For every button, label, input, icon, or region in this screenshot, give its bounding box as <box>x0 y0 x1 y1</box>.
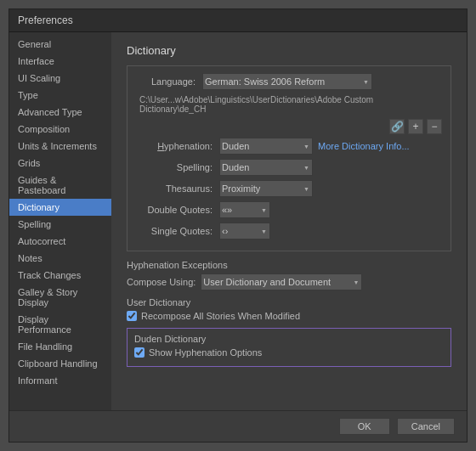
title-bar: Preferences <box>9 9 467 32</box>
sidebar: GeneralInterfaceUI ScalingTypeAdvanced T… <box>9 32 111 410</box>
spelling-row: Spelling: Duden <box>136 159 442 176</box>
show-hyphenation-row: Show Hyphenation Options <box>134 347 444 358</box>
dialog-body: GeneralInterfaceUI ScalingTypeAdvanced T… <box>9 32 467 410</box>
show-hyphenation-label: Show Hyphenation Options <box>149 347 262 358</box>
sidebar-item-autocorrect[interactable]: Autocorrect <box>9 233 111 250</box>
compose-using-row: Compose Using: User Dictionary and Docum… <box>127 273 451 290</box>
sidebar-item-advanced-type[interactable]: Advanced Type <box>9 104 111 121</box>
sidebar-item-general[interactable]: General <box>9 36 111 53</box>
sidebar-item-spelling[interactable]: Spelling <box>9 216 111 233</box>
minus-icon-btn[interactable]: − <box>427 119 442 134</box>
dialog-title: Preferences <box>18 14 73 26</box>
recompose-label: Recompose All Stories When Modified <box>141 311 300 321</box>
thesaurus-label: Thesaurus: <box>136 183 212 194</box>
language-label: Language: <box>136 76 196 87</box>
duden-dictionary-title: Duden Dictionary <box>134 334 444 344</box>
section-title: Dictionary <box>127 44 451 57</box>
sidebar-item-composition[interactable]: Composition <box>9 121 111 138</box>
sidebar-item-file-handling[interactable]: File Handling <box>9 338 111 355</box>
thesaurus-select-wrapper: Proximity <box>219 180 313 197</box>
preferences-dialog: Preferences GeneralInterfaceUI ScalingTy… <box>8 8 468 443</box>
single-quotes-select-wrapper: ‹› <box>219 223 270 240</box>
show-hyphenation-checkbox[interactable] <box>134 347 144 358</box>
more-dictionary-info-link[interactable]: More Dictionary Info... <box>318 141 410 151</box>
add-icon-btn[interactable]: + <box>408 119 423 134</box>
dialog-footer: OK Cancel <box>9 410 467 442</box>
hyphenation-row: Hyphenation: Duden More Dictionary Info.… <box>136 138 442 155</box>
compose-using-select[interactable]: User Dictionary and Document <box>201 273 362 290</box>
link-icon-btn[interactable]: 🔗 <box>389 119 405 134</box>
dictionary-group: Language: German: Swiss 2006 Reform C:\U… <box>127 65 451 251</box>
recompose-checkbox[interactable] <box>127 311 137 321</box>
dictionary-path: C:\User...w\Adobe\Linguistics\UserDictio… <box>139 95 442 114</box>
sidebar-item-guides--pasteboard[interactable]: Guides & Pasteboard <box>9 172 111 199</box>
sidebar-item-dictionary[interactable]: Dictionary <box>9 199 111 216</box>
sidebar-item-ui-scaling[interactable]: UI Scaling <box>9 70 111 87</box>
thesaurus-select[interactable]: Proximity <box>219 180 313 197</box>
double-quotes-select[interactable]: «» <box>219 201 270 218</box>
double-quotes-label: Double Quotes: <box>136 205 212 215</box>
cancel-button[interactable]: Cancel <box>397 418 455 435</box>
main-content: Dictionary Language: German: Swiss 2006 … <box>111 32 467 410</box>
sidebar-item-interface[interactable]: Interface <box>9 53 111 70</box>
sidebar-item-display-performance[interactable]: Display Performance <box>9 311 111 338</box>
hyphenation-label: Hyphenation: <box>136 141 212 151</box>
icon-row: 🔗 + − <box>136 119 442 134</box>
duden-dictionary-box: Duden Dictionary Show Hyphenation Option… <box>127 328 451 367</box>
hyphenation-exceptions-section: Hyphenation Exceptions Compose Using: Us… <box>127 260 451 290</box>
compose-using-select-wrapper: User Dictionary and Document <box>201 273 362 290</box>
sidebar-item-clipboard-handling[interactable]: Clipboard Handling <box>9 355 111 372</box>
spelling-select-wrapper: Duden <box>219 159 313 176</box>
sidebar-item-notes[interactable]: Notes <box>9 250 111 267</box>
double-quotes-row: Double Quotes: «» <box>136 201 442 218</box>
spelling-select[interactable]: Duden <box>219 159 313 176</box>
single-quotes-label: Single Quotes: <box>136 226 212 236</box>
spelling-label: Spelling: <box>136 162 212 172</box>
sidebar-item-informant[interactable]: Informant <box>9 372 111 389</box>
sidebar-item-grids[interactable]: Grids <box>9 155 111 172</box>
user-dictionary-section: User Dictionary Recompose All Stories Wh… <box>127 297 451 321</box>
double-quotes-select-wrapper: «» <box>219 201 270 218</box>
single-quotes-row: Single Quotes: ‹› <box>136 223 442 240</box>
hyphenation-select[interactable]: Duden <box>219 138 313 155</box>
hyphenation-exceptions-title: Hyphenation Exceptions <box>127 260 451 270</box>
single-quotes-select[interactable]: ‹› <box>219 223 270 240</box>
sidebar-item-track-changes[interactable]: Track Changes <box>9 267 111 284</box>
thesaurus-row: Thesaurus: Proximity <box>136 180 442 197</box>
sidebar-item-type[interactable]: Type <box>9 87 111 104</box>
language-row: Language: German: Swiss 2006 Reform <box>136 73 442 90</box>
compose-using-label: Compose Using: <box>127 277 196 287</box>
hyphenation-select-wrapper: Duden <box>219 138 313 155</box>
language-select-wrapper: German: Swiss 2006 Reform <box>202 73 372 90</box>
language-select[interactable]: German: Swiss 2006 Reform <box>202 73 372 90</box>
ok-button[interactable]: OK <box>339 418 390 435</box>
sidebar-item-units--increments[interactable]: Units & Increments <box>9 138 111 155</box>
recompose-row: Recompose All Stories When Modified <box>127 311 451 321</box>
sidebar-item-galley--story-display[interactable]: Galley & Story Display <box>9 284 111 311</box>
user-dictionary-title: User Dictionary <box>127 297 451 307</box>
